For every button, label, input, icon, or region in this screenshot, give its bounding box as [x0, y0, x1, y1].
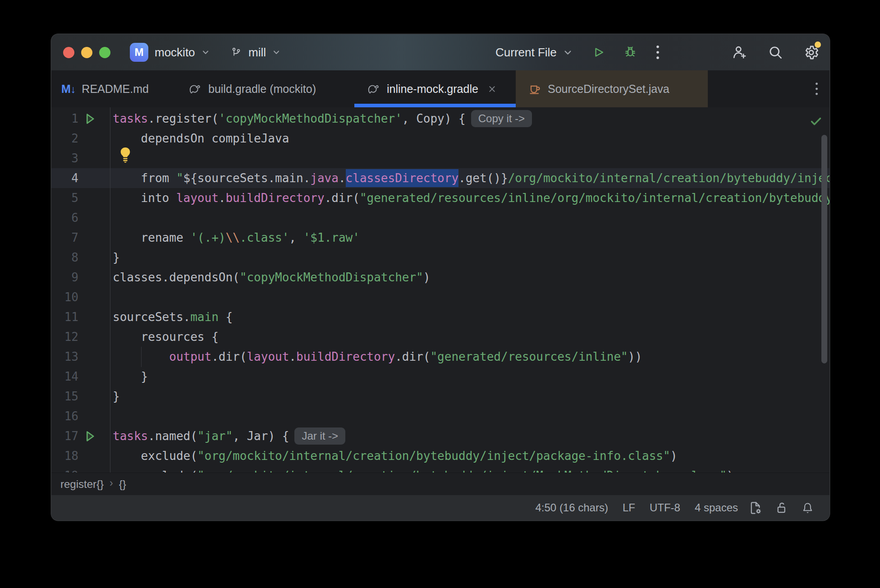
line-number: 3: [51, 148, 78, 168]
code-text[interactable]: [110, 148, 830, 168]
code-text[interactable]: from "${sourceSets.main.java.classesDire…: [110, 168, 830, 188]
run-gutter-icon[interactable]: [78, 426, 110, 446]
code-text[interactable]: }: [110, 386, 830, 406]
indent-guide: [141, 347, 142, 367]
line-number: 16: [51, 406, 78, 426]
code-editor[interactable]: 1tasks.register('copyMockMethodDispatche…: [51, 107, 830, 473]
tab-build-gradle-mockito-[interactable]: build.gradle (mockito): [169, 70, 354, 107]
lock-unlocked-icon[interactable]: [775, 501, 788, 515]
breadcrumb-item[interactable]: register{}: [60, 478, 104, 491]
project-widget[interactable]: M mockito: [130, 34, 210, 70]
inline-hint-chip[interactable]: Copy it ->: [471, 110, 532, 127]
code-line-18: 18 exclude("org/mockito/internal/creatio…: [51, 446, 830, 466]
tab-label: README.md: [82, 83, 149, 96]
code-token: )): [628, 350, 642, 363]
project-icon: M: [130, 43, 148, 62]
code-line-10: 10: [51, 287, 830, 307]
line-number: 10: [51, 287, 78, 307]
code-token: .named(: [148, 429, 197, 443]
code-token: dependsOn compileJava: [113, 132, 289, 145]
code-line-13: 13 output.dir(layout.buildDirectory.dir(…: [51, 347, 830, 367]
settings-gear-icon[interactable]: [803, 44, 820, 61]
code-token: 'copyMockMethodDispatcher': [219, 112, 402, 125]
code-text[interactable]: }: [110, 248, 830, 267]
run-configuration-selector[interactable]: Current File: [495, 46, 557, 60]
code-token: layout: [176, 191, 219, 205]
editor-tab-bar: M↓README.mdbuild.gradle (mockito)inline-…: [51, 70, 830, 107]
code-text[interactable]: dependsOn compileJava: [110, 129, 830, 148]
breadcrumb-item[interactable]: {}: [119, 478, 126, 491]
line-number: 17: [51, 426, 78, 446]
intention-bulb-icon[interactable]: [120, 147, 131, 169]
encoding-widget[interactable]: UTF-8: [650, 501, 680, 514]
tab-inline-mock-gradle[interactable]: inline-mock.gradle: [354, 70, 516, 107]
code-text[interactable]: exclude("org/mockito/internal/creation/b…: [110, 446, 830, 466]
code-line-6: 6: [51, 208, 830, 228]
search-everywhere-icon[interactable]: [767, 44, 784, 60]
code-text[interactable]: [110, 287, 830, 307]
inspection-ok-icon[interactable]: [810, 115, 822, 129]
code-text[interactable]: sourceSets.main {: [110, 307, 830, 327]
caret-position-widget[interactable]: 4:50 (16 chars): [536, 501, 608, 514]
run-gutter-icon[interactable]: [78, 109, 110, 129]
code-token: ): [727, 469, 734, 473]
code-with-me-icon[interactable]: [731, 44, 748, 61]
code-token: rename: [113, 231, 190, 244]
code-token: ${sourceSets.main.: [183, 171, 311, 185]
code-token: into: [113, 191, 176, 205]
selected-text[interactable]: classesDirectory: [346, 169, 458, 187]
code-token: exclude(: [113, 449, 197, 463]
tab-sourcedirectoryset-java[interactable]: SourceDirectorySet.java: [516, 70, 708, 107]
code-text[interactable]: }: [110, 367, 830, 386]
code-text[interactable]: tasks.named("jar", Jar) {Jar it ->: [110, 426, 830, 446]
code-token: .: [219, 191, 226, 205]
tab-label: inline-mock.gradle: [387, 83, 478, 96]
code-text[interactable]: classes.dependsOn("copyMockMethodDispatc…: [110, 267, 830, 287]
code-text[interactable]: rename '(.+)\\.class', '$1.raw': [110, 228, 830, 248]
gutter-space: [78, 267, 110, 287]
code-token: .dir(: [211, 350, 247, 363]
line-number: 4: [51, 168, 78, 188]
window-minimize-button[interactable]: [81, 47, 92, 58]
code-style-icon[interactable]: [748, 501, 763, 515]
tab-list-menu-icon[interactable]: [815, 70, 819, 107]
code-token: '(.+): [190, 231, 225, 244]
gutter-space: [78, 386, 110, 406]
indent-widget[interactable]: 4 spaces: [695, 501, 738, 514]
tab-label: SourceDirectorySet.java: [548, 83, 669, 96]
line-number: 13: [51, 347, 78, 367]
line-separator-widget[interactable]: LF: [623, 501, 635, 514]
code-text[interactable]: into layout.buildDirectory.dir("generate…: [110, 188, 830, 208]
line-number: 7: [51, 228, 78, 248]
code-text[interactable]: [110, 406, 830, 426]
editor-scrollbar[interactable]: [821, 135, 827, 363]
code-line-17: 17tasks.named("jar", Jar) {Jar it ->: [51, 426, 830, 446]
code-text[interactable]: [110, 208, 830, 228]
code-token: {: [219, 310, 233, 324]
code-text[interactable]: exclude("org/mockito/internal/creation/b…: [110, 466, 830, 473]
code-text[interactable]: output.dir(layout.buildDirectory.dir("ge…: [110, 347, 830, 367]
more-actions-icon[interactable]: [655, 45, 660, 60]
inline-hint-chip[interactable]: Jar it ->: [294, 427, 345, 445]
chevron-down-icon: [272, 48, 280, 58]
notifications-bell-icon[interactable]: [801, 501, 814, 515]
line-number: 19: [51, 466, 78, 473]
breadcrumb-separator-icon: ›: [110, 477, 113, 489]
code-token: .register(: [148, 112, 219, 125]
tab-close-icon[interactable]: [487, 84, 497, 94]
tab-readme-md[interactable]: M↓README.md: [51, 70, 169, 107]
code-text[interactable]: tasks.register('copyMockMethodDispatcher…: [110, 109, 830, 129]
code-text[interactable]: resources {: [110, 327, 830, 347]
window-zoom-button[interactable]: [99, 47, 110, 58]
code-token: "jar": [197, 429, 233, 443]
debug-button[interactable]: [623, 46, 637, 60]
code-token: output: [169, 350, 211, 363]
line-number: 11: [51, 307, 78, 327]
gutter-space: [78, 327, 110, 347]
code-token: exclude(: [113, 469, 197, 473]
window-close-button[interactable]: [63, 47, 74, 58]
run-toolbar: Current File: [495, 34, 660, 70]
gutter-space: [78, 248, 110, 267]
run-button[interactable]: [592, 46, 605, 59]
vcs-branch-widget[interactable]: mill: [231, 34, 280, 70]
